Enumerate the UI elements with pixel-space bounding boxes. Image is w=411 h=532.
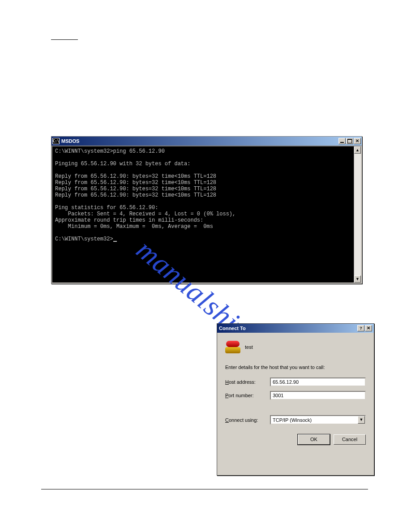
phone-icon (225, 341, 240, 353)
console-line: Pinging 65.56.12.90 with 32 bytes of dat… (55, 161, 190, 167)
msdos-titlebar[interactable]: C:\ MSDOS ✕ (51, 137, 362, 146)
minimize-button[interactable] (338, 138, 346, 144)
console-line: Packets: Sent = 4, Received = 4, Lost = … (55, 211, 235, 217)
cancel-button[interactable]: Cancel (334, 434, 366, 445)
connection-name: test (245, 344, 253, 350)
console-line: Minimum = 0ms, Maximum = 0ms, Average = … (55, 223, 213, 230)
help-button[interactable]: ? (357, 325, 364, 331)
scroll-up-button[interactable]: ▲ (354, 146, 361, 154)
ok-button[interactable]: OK (298, 434, 330, 445)
cursor-icon (113, 241, 117, 242)
dialog-title: Connect To (219, 326, 357, 331)
close-button[interactable]: ✕ (354, 138, 361, 144)
console-line: Reply from 65.56.12.90: bytes=32 time<10… (55, 180, 216, 186)
scroll-down-button[interactable]: ▼ (354, 275, 361, 283)
console-output: C:\WINNT\system32>ping 65.56.12.90 Pingi… (52, 146, 354, 283)
bottom-rule (41, 489, 368, 489)
console-line: C:\WINNT\system32> (55, 236, 113, 242)
host-address-label: Host address: (225, 379, 270, 385)
maximize-button[interactable] (346, 138, 353, 144)
port-number-label: Port number: (225, 393, 270, 398)
msdos-icon: C:\ (52, 138, 60, 144)
scroll-track[interactable] (354, 154, 361, 275)
dialog-prompt: Enter details for the host that you want… (225, 363, 366, 371)
short-rule (51, 39, 78, 40)
console-line: C:\WINNT\system32>ping 65.56.12.90 (55, 148, 165, 154)
port-number-input[interactable] (270, 391, 366, 400)
msdos-title: MSDOS (61, 138, 338, 144)
dialog-close-button[interactable]: ✕ (365, 325, 372, 331)
console-line: Ping statistics for 65.56.12.90: (55, 205, 158, 211)
connect-using-select[interactable]: TCP/IP (Winsock) ▼ (270, 415, 366, 425)
connect-using-value: TCP/IP (Winsock) (271, 417, 358, 423)
host-address-input[interactable] (270, 378, 366, 386)
console-line: Reply from 65.56.12.90: bytes=32 time<10… (55, 192, 216, 198)
console-line: Reply from 65.56.12.90: bytes=32 time<10… (55, 173, 216, 180)
connect-to-dialog: Connect To ? ✕ test Enter details for th… (217, 323, 374, 476)
console-line: Approximate round trip times in milli-se… (55, 217, 203, 223)
chevron-down-icon[interactable]: ▼ (358, 416, 365, 424)
msdos-window: C:\ MSDOS ✕ C:\WINNT\system32>ping 65.56… (51, 136, 362, 284)
dialog-titlebar[interactable]: Connect To ? ✕ (217, 324, 374, 333)
connect-using-label: Connect using: (225, 417, 270, 423)
vertical-scrollbar[interactable]: ▲ ▼ (354, 146, 361, 283)
console-line: Reply from 65.56.12.90: bytes=32 time<10… (55, 186, 216, 192)
